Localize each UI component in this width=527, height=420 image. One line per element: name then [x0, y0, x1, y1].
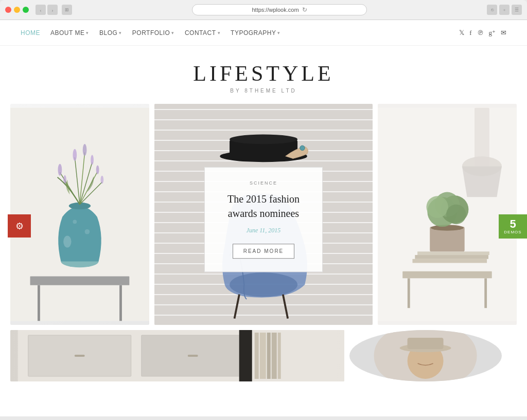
person-image: SCIENCE The 2015 fashion awards nominees…	[154, 104, 373, 325]
svg-point-19	[91, 155, 94, 165]
pinterest-icon[interactable]: ℗	[477, 29, 484, 37]
site-hero: LIFESTYLE BY 8THEME LTD	[0, 46, 527, 104]
nav-links-group: HOME ABOUT ME ▾ BLOG ▾ PORTFOLIO ▾ CONTA…	[21, 29, 280, 36]
gear-icon: ⚙	[15, 221, 24, 232]
url-text: https://wplook.com	[252, 7, 298, 13]
read-more-button[interactable]: READ MORE	[233, 244, 295, 259]
browser-dots	[5, 7, 29, 13]
demos-label: DEMOS	[504, 230, 521, 234]
svg-rect-34	[413, 259, 487, 263]
card-category: SCIENCE	[215, 180, 312, 186]
forward-button[interactable]: ›	[47, 5, 58, 15]
website-content: HOME ABOUT ME ▾ BLOG ▾ PORTFOLIO ▾ CONTA…	[0, 20, 527, 416]
chevron-down-icon: ▾	[119, 30, 122, 35]
svg-point-29	[230, 272, 297, 297]
svg-marker-46	[462, 166, 502, 197]
svg-rect-51	[188, 355, 198, 357]
site-navigation: HOME ABOUT ME ▾ BLOG ▾ PORTFOLIO ▾ CONTA…	[0, 20, 527, 46]
demos-number: 5	[510, 218, 516, 230]
chevron-down-icon: ▾	[171, 30, 174, 35]
chevron-down-icon: ▾	[218, 30, 221, 35]
svg-rect-52	[255, 333, 259, 379]
card-date: June 11, 2015	[215, 227, 312, 234]
grid-center-panel: SCIENCE The 2015 fashion awards nominees…	[154, 104, 373, 325]
main-content: ⚙ 5 DEMOS	[0, 104, 527, 381]
svg-rect-56	[278, 333, 281, 379]
nav-about[interactable]: ABOUT ME ▾	[50, 29, 89, 36]
google-plus-icon[interactable]: g⁺	[489, 29, 496, 37]
svg-rect-33	[484, 278, 487, 308]
address-bar[interactable]: https://wplook.com ↻	[192, 4, 367, 15]
email-icon[interactable]: ✉	[501, 29, 506, 37]
grid-right-panel	[378, 104, 517, 325]
nav-typography[interactable]: TYPOGRAPHY ▾	[231, 29, 280, 36]
bookmark-button[interactable]: +	[499, 5, 510, 15]
right-image	[378, 104, 517, 325]
vase-image	[10, 104, 149, 325]
svg-rect-32	[408, 278, 410, 308]
svg-rect-2	[38, 285, 40, 321]
svg-point-43	[446, 205, 466, 225]
bottom-right-image	[349, 330, 501, 381]
grid-left-panel	[10, 104, 149, 325]
svg-point-7	[85, 229, 90, 234]
svg-rect-35	[415, 255, 488, 259]
demos-button[interactable]: 5 DEMOS	[499, 214, 527, 239]
svg-point-26	[300, 145, 305, 150]
bottom-row	[10, 330, 517, 381]
nav-contact[interactable]: CONTACT ▾	[185, 29, 220, 36]
browser-chrome: ‹ › ⊞ https://wplook.com ↻ ⎋ + ☰	[0, 0, 527, 20]
svg-rect-36	[417, 251, 489, 255]
svg-point-6	[63, 235, 71, 247]
site-subtitle: BY 8THEME LTD	[0, 88, 527, 94]
svg-point-21	[100, 176, 103, 184]
svg-rect-3	[119, 285, 122, 321]
article-card: SCIENCE The 2015 fashion awards nominees…	[204, 167, 323, 272]
nav-portfolio[interactable]: PORTFOLIO ▾	[132, 29, 174, 36]
svg-point-18	[83, 144, 87, 156]
svg-rect-61	[408, 338, 444, 349]
nav-home[interactable]: HOME	[21, 29, 40, 36]
image-grid: SCIENCE The 2015 fashion awards nominees…	[10, 104, 517, 325]
svg-point-25	[230, 134, 297, 144]
svg-rect-1	[30, 277, 130, 285]
svg-line-27	[234, 295, 239, 319]
window-button[interactable]: ⊞	[62, 5, 72, 15]
svg-point-20	[96, 166, 99, 174]
bottom-left-image	[10, 330, 344, 381]
minimize-dot[interactable]	[14, 7, 20, 13]
svg-rect-31	[402, 271, 492, 278]
svg-point-17	[73, 149, 77, 161]
twitter-icon[interactable]: 𝕏	[459, 29, 464, 37]
card-title: The 2015 fashion awards nominees	[215, 192, 312, 221]
gear-button[interactable]: ⚙	[8, 214, 31, 238]
svg-rect-57	[239, 330, 252, 381]
svg-rect-50	[75, 355, 85, 357]
site-title: LIFESTYLE	[0, 61, 527, 86]
chevron-down-icon: ▾	[86, 30, 89, 35]
maximize-dot[interactable]	[23, 7, 29, 13]
close-dot[interactable]	[5, 7, 11, 13]
nav-blog[interactable]: BLOG ▾	[99, 29, 122, 36]
facebook-icon[interactable]: f	[469, 29, 471, 37]
svg-rect-55	[272, 333, 277, 379]
share-button[interactable]: ⎋	[487, 5, 497, 15]
svg-point-8	[73, 220, 77, 224]
svg-rect-54	[267, 333, 271, 379]
svg-point-16	[58, 164, 62, 176]
chevron-down-icon: ▾	[277, 30, 280, 35]
back-button[interactable]: ‹	[36, 5, 46, 15]
refresh-icon[interactable]: ↻	[302, 6, 307, 13]
svg-point-42	[427, 196, 448, 217]
menu-button[interactable]: ☰	[512, 5, 522, 15]
social-icons-group: 𝕏 f ℗ g⁺ ✉	[459, 29, 506, 37]
svg-line-28	[283, 295, 288, 319]
svg-rect-53	[260, 333, 266, 379]
